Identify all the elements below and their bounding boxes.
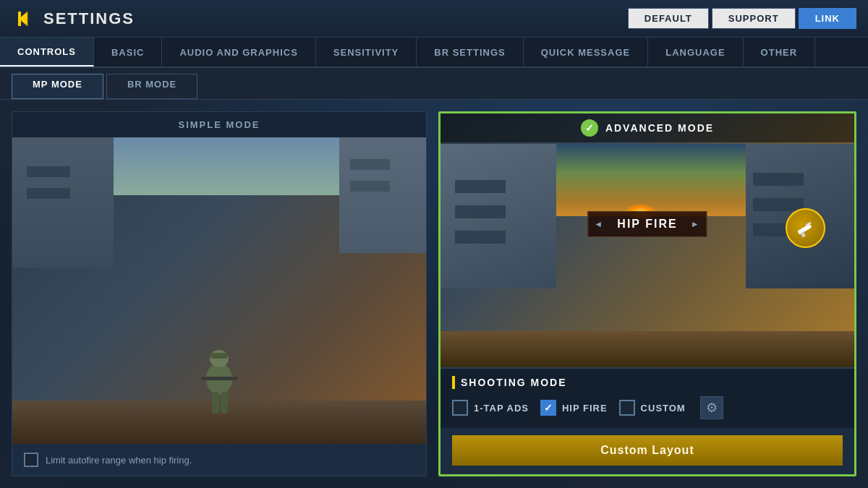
hip-fire-label: HIP FIRE	[587, 211, 707, 237]
header: SETTINGS DEFAULT SUPPORT LINK	[0, 0, 868, 38]
hip-fire-option-label: HIP FIRE	[562, 403, 608, 414]
back-button[interactable]	[12, 7, 35, 30]
hip-fire-option[interactable]: ✓ HIP FIRE	[540, 400, 608, 416]
advanced-mode-title: ADVANCED MODE	[605, 122, 714, 134]
settings-gear-button[interactable]: ⚙	[700, 396, 723, 419]
custom-label: CUSTOM	[641, 403, 686, 414]
tab-br-settings[interactable]: BR SETTINGS	[417, 38, 523, 67]
shooting-mode-section: SHOOTING MODE 1-tap ADS ✓ HIP FIRE	[441, 367, 854, 428]
tab-sensitivity[interactable]: SENSITIVITY	[316, 38, 417, 67]
svg-rect-8	[201, 377, 237, 380]
one-tap-ads-checkbox[interactable]	[452, 400, 468, 416]
autofire-option[interactable]: Limit autofire range when hip firing.	[12, 444, 426, 476]
advanced-mode-panel[interactable]: ✓ ADVANCED MODE	[438, 111, 856, 476]
advanced-mode-header: ✓ ADVANCED MODE	[441, 114, 854, 142]
page-title: SETTINGS	[43, 9, 135, 28]
shooting-mode-title-row: SHOOTING MODE	[452, 376, 843, 389]
one-tap-ads-label: 1-tap ADS	[474, 403, 529, 414]
simple-mode-title: SIMPLE MODE	[12, 112, 426, 137]
gun-icon	[786, 208, 825, 248]
header-left: SETTINGS	[12, 7, 135, 30]
autofire-checkbox[interactable]	[24, 453, 38, 467]
adv-building-left	[441, 144, 556, 288]
tab-other[interactable]: OTHER	[744, 38, 816, 67]
custom-layout-button[interactable]: Custom Layout	[452, 435, 843, 466]
default-button[interactable]: DEFAULT	[628, 8, 709, 29]
simple-mode-panel[interactable]: SIMPLE MODE	[12, 111, 427, 476]
svg-rect-4	[210, 353, 228, 359]
simple-mode-screenshot	[12, 137, 426, 444]
content-area: SIMPLE MODE	[0, 100, 868, 488]
building-left	[12, 137, 114, 267]
tab-basic[interactable]: BASIC	[94, 38, 162, 67]
sub-tabs: MP MODE BR MODE	[0, 68, 868, 100]
advanced-mode-screenshot: HIP FIRE	[441, 114, 854, 367]
custom-option[interactable]: CUSTOM	[619, 400, 686, 416]
building-right	[339, 137, 426, 253]
soldier-icon	[190, 343, 248, 429]
tab-controls[interactable]: CONTROLS	[0, 38, 94, 67]
tab-language[interactable]: LANGUAGE	[648, 38, 743, 67]
yellow-accent-bar	[452, 376, 455, 389]
svg-rect-9	[797, 223, 812, 234]
header-buttons: DEFAULT SUPPORT LINK	[628, 8, 856, 29]
custom-checkbox[interactable]	[619, 400, 635, 416]
svg-rect-6	[221, 392, 228, 414]
main-tabs: CONTROLS BASIC AUDIO AND GRAPHICS SENSIT…	[0, 38, 868, 68]
autofire-label: Limit autofire range when hip firing.	[46, 455, 192, 466]
shooting-mode-label: SHOOTING MODE	[461, 377, 567, 388]
hip-fire-checkbox[interactable]: ✓	[540, 400, 556, 416]
one-tap-ads-option[interactable]: 1-tap ADS	[452, 400, 529, 416]
svg-rect-5	[212, 392, 219, 414]
link-button[interactable]: LINK	[799, 8, 856, 29]
adv-ground	[441, 331, 854, 367]
tab-quick-message[interactable]: QUICK MESSAGE	[524, 38, 649, 67]
subtab-mp-mode[interactable]: MP MODE	[12, 74, 103, 99]
tab-audio-graphics[interactable]: AUDIO AND GRAPHICS	[162, 38, 315, 67]
shooting-options-row: 1-tap ADS ✓ HIP FIRE CUSTOM ⚙	[452, 396, 843, 419]
selected-check-icon: ✓	[581, 119, 598, 137]
svg-rect-1	[18, 12, 21, 26]
subtab-br-mode[interactable]: BR MODE	[106, 74, 197, 99]
support-button[interactable]: SUPPORT	[712, 8, 796, 29]
